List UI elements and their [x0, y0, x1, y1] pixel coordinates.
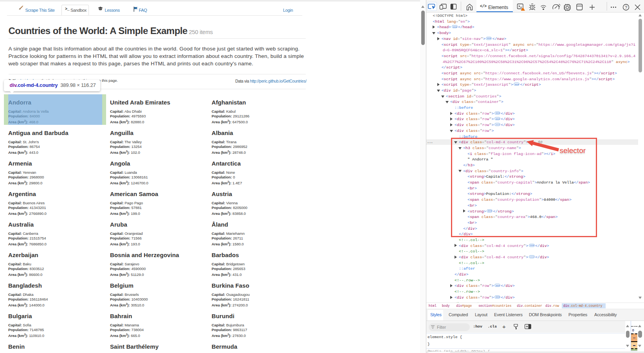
svg-text:?: ? [625, 5, 627, 10]
